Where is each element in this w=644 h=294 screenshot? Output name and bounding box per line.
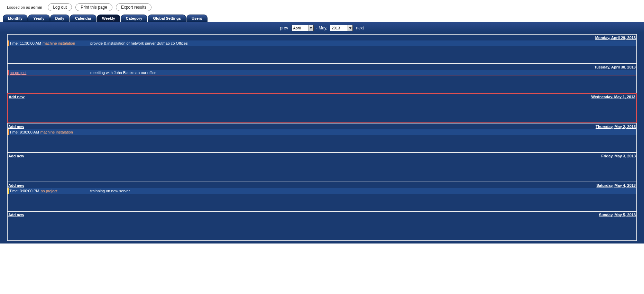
print-page-button[interactable]: Print this page: [75, 3, 112, 11]
event-time: Time: 9:30:00 AM: [9, 130, 39, 134]
tab-global-settings[interactable]: Global Settings: [148, 15, 186, 22]
chevron-down-icon: [348, 25, 352, 31]
content-area: prev April - May, 2013 next Monday, Apri…: [0, 22, 644, 244]
event-project-link[interactable]: machine instalation: [43, 41, 84, 45]
day-date-link[interactable]: Sunday, May 5, 2013: [599, 213, 636, 217]
header-bar: Logged on as admin Log out Print this pa…: [0, 0, 644, 15]
tab-yearly[interactable]: Yearly: [28, 15, 49, 22]
event-row[interactable]: Time: 11:30:00 AM machine instalationpro…: [8, 40, 636, 46]
year-select[interactable]: 2013: [330, 25, 353, 31]
day-block: Add newThursday, May 2, 2013Time: 9:30:0…: [7, 123, 637, 153]
add-new-link[interactable]: Add new: [9, 95, 25, 99]
logged-prefix: Logged on as: [7, 5, 31, 9]
tab-category[interactable]: Category: [121, 15, 148, 22]
day-header: Add newFriday, May 3, 2013: [8, 153, 636, 159]
event-project-link[interactable]: machine instalation: [40, 130, 82, 134]
prev-link[interactable]: prev: [280, 26, 288, 30]
day-body: [8, 218, 636, 240]
day-date-link[interactable]: Wednesday, May 1, 2013: [591, 95, 635, 99]
event-time: Time: 11:30:00 AM: [9, 41, 41, 45]
next-link[interactable]: next: [356, 26, 364, 30]
event-marker: [8, 70, 9, 75]
day-date-link[interactable]: Tuesday, April 30, 2013: [594, 65, 636, 69]
month-value: April: [292, 26, 309, 30]
event-row[interactable]: Time: 9:30:00 AM machine instalation: [8, 129, 636, 135]
day-block: Add newWednesday, May 1, 2013: [7, 93, 637, 123]
day-date-link[interactable]: Friday, May 3, 2013: [601, 154, 636, 158]
add-new-link[interactable]: Add new: [8, 154, 24, 158]
date-nav-row: prev April - May, 2013 next: [0, 22, 644, 33]
day-header: Tuesday, April 30, 2013: [8, 64, 636, 70]
nav-tabs: MonthlyYearlyDailyCalendarWeeklyCategory…: [0, 15, 644, 22]
event-time: Time: 3:00:00 PM: [9, 189, 39, 193]
day-body: [8, 159, 636, 182]
day-header: Add newThursday, May 2, 2013: [8, 123, 636, 129]
logged-user: admin: [31, 5, 42, 9]
day-block: Monday, April 29, 2013Time: 11:30:00 AM …: [7, 34, 637, 64]
day-body: [8, 135, 636, 152]
day-date-link[interactable]: Saturday, May 4, 2013: [596, 183, 636, 187]
event-row[interactable]: Time: 3:00:00 PM no projecttrainning on …: [8, 188, 636, 194]
event-description: trainning on new server: [90, 189, 130, 193]
day-block: Tuesday, April 30, 2013 no projectmeetti…: [7, 64, 637, 93]
year-value: 2013: [330, 26, 348, 30]
day-date-link[interactable]: Thursday, May 2, 2013: [596, 125, 636, 129]
day-body: [8, 75, 636, 93]
day-body: [8, 100, 636, 122]
event-description: provide & installation of network server…: [90, 41, 188, 45]
day-header: Add newSunday, May 5, 2013: [8, 212, 636, 218]
logout-button[interactable]: Log out: [48, 3, 72, 11]
month-separator: - May,: [316, 26, 327, 30]
day-block: Add newSaturday, May 4, 2013Time: 3:00:0…: [7, 182, 637, 211]
tab-weekly[interactable]: Weekly: [97, 15, 120, 22]
tab-monthly[interactable]: Monthly: [3, 15, 28, 22]
add-new-link[interactable]: Add new: [8, 213, 24, 217]
export-results-button[interactable]: Export results: [116, 3, 151, 11]
chevron-down-icon: [309, 25, 313, 31]
day-body: [8, 194, 636, 211]
event-description: meetting with John Blackman our office: [90, 71, 156, 75]
day-header: Add newSaturday, May 4, 2013: [8, 182, 636, 188]
day-block: Add newFriday, May 3, 2013: [7, 153, 637, 182]
day-date-link[interactable]: Monday, April 29, 2013: [595, 36, 636, 40]
event-project-link[interactable]: no project: [40, 189, 82, 193]
weekly-calendar: Monday, April 29, 2013Time: 11:30:00 AM …: [7, 34, 637, 241]
tab-calendar[interactable]: Calendar: [70, 15, 96, 22]
add-new-link[interactable]: Add new: [8, 125, 24, 129]
logged-on-label: Logged on as admin: [7, 5, 42, 9]
event-project-link[interactable]: no project: [10, 71, 51, 75]
tab-daily[interactable]: Daily: [50, 15, 70, 22]
event-row[interactable]: no projectmeetting with John Blackman ou…: [8, 70, 636, 75]
day-header: Monday, April 29, 2013: [8, 35, 636, 40]
tab-users[interactable]: Users: [186, 15, 208, 22]
month-select[interactable]: April: [292, 25, 314, 31]
day-header: Add newWednesday, May 1, 2013: [8, 94, 636, 100]
add-new-link[interactable]: Add new: [8, 183, 24, 187]
day-body: [8, 46, 636, 63]
day-block: Add newSunday, May 5, 2013: [7, 211, 637, 241]
